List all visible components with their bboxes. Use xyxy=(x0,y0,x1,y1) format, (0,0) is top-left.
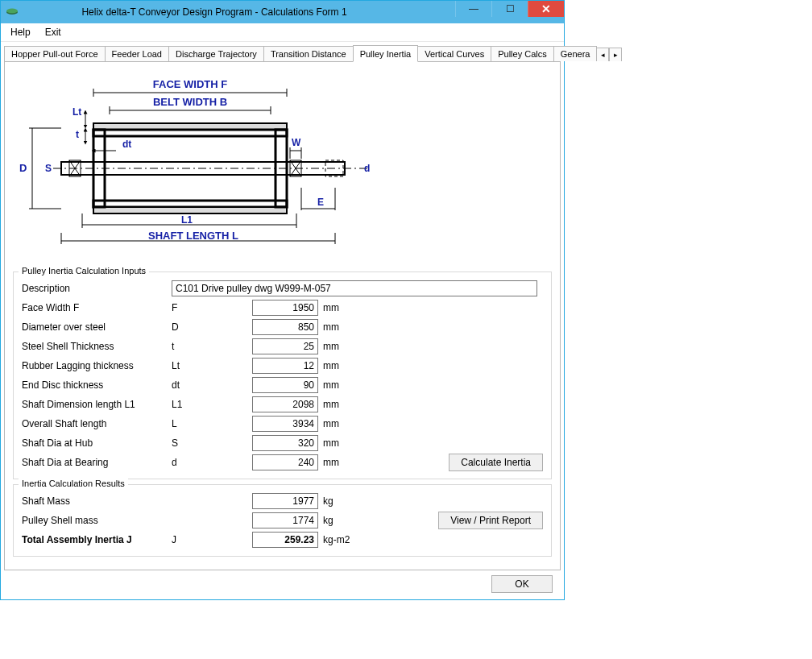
shaft-dia-hub-label: Shaft Dia at Hub xyxy=(22,437,172,449)
calculate-inertia-button[interactable]: Calculate Inertia xyxy=(449,454,543,471)
steel-shell-thickness-input[interactable] xyxy=(252,338,318,354)
shaft-dia-hub-input[interactable] xyxy=(252,435,318,451)
client-area: Hopper Pull-out Force Feeder Load Discha… xyxy=(1,42,564,599)
titlebar: Helix delta-T Conveyor Design Program - … xyxy=(1,1,564,23)
diagram-label-W: W xyxy=(292,137,301,148)
rubber-lagging-thickness-label: Rubber Lagging thickness xyxy=(22,360,172,371)
face-width-label: Face Width F xyxy=(22,302,172,313)
tab-scroll: ◂ ▸ xyxy=(596,48,622,61)
view-print-report-button[interactable]: View / Print Report xyxy=(438,512,543,529)
window-controls: — ☐ ✕ xyxy=(455,1,564,19)
app-window: Helix delta-T Conveyor Design Program - … xyxy=(0,0,565,600)
diameter-over-steel-label: Diameter over steel xyxy=(22,321,172,333)
tabbar: Hopper Pull-out Force Feeder Load Discha… xyxy=(4,45,561,62)
tab-general[interactable]: Genera xyxy=(553,46,598,61)
inputs-group: Pulley Inertia Calculation Inputs Descri… xyxy=(13,271,552,479)
diagram-label-shaft-length: SHAFT LENGTH L xyxy=(148,230,238,242)
diagram-label-D: D xyxy=(19,162,27,174)
overall-shaft-length-label: Overall Shaft length xyxy=(22,418,172,429)
total-inertia-label: Total Assembly Inertia J xyxy=(22,534,172,545)
diagram-label-belt-width: BELT WIDTH B xyxy=(153,96,227,108)
tab-scroll-right-icon[interactable]: ▸ xyxy=(609,48,622,61)
shaft-dia-bearing-label: Shaft Dia at Bearing xyxy=(22,457,172,468)
diagram-label-S: S xyxy=(45,163,52,174)
end-disc-thickness-label: End Disc thickness xyxy=(22,379,172,391)
svg-rect-13 xyxy=(93,207,287,213)
dialog-footer: OK xyxy=(4,570,561,593)
diagram-label-E: E xyxy=(317,197,324,208)
svg-rect-12 xyxy=(93,201,287,207)
tab-transition-distance[interactable]: Transition Distance xyxy=(263,46,354,61)
steel-shell-thickness-label: Steel Shell Thickness xyxy=(22,341,172,352)
diagram-label-t: t xyxy=(76,129,79,140)
tab-discharge-trajectory[interactable]: Discharge Trajectory xyxy=(168,46,264,61)
shaft-mass-output xyxy=(252,493,318,509)
diagram-label-L1: L1 xyxy=(181,214,193,226)
window-title: Helix delta-T Conveyor Design Program - … xyxy=(0,6,455,18)
face-width-input[interactable] xyxy=(252,300,318,316)
maximize-button[interactable]: ☐ xyxy=(491,1,528,17)
diagram-label-d: d xyxy=(364,163,370,174)
shaft-dimension-l1-input[interactable] xyxy=(252,396,318,412)
pulley-shell-mass-label: Pulley Shell mass xyxy=(22,515,172,526)
tab-scroll-left-icon[interactable]: ◂ xyxy=(596,48,609,61)
diagram-label-Lt: Lt xyxy=(72,106,81,118)
shaft-dimension-l1-label: Shaft Dimension length L1 xyxy=(22,399,172,410)
tab-hopper-pullout-force[interactable]: Hopper Pull-out Force xyxy=(4,46,106,61)
shaft-dia-bearing-input[interactable] xyxy=(252,454,318,470)
minimize-button[interactable]: — xyxy=(455,1,491,17)
diagram-label-dt: dt xyxy=(122,139,131,150)
pulley-shell-mass-output xyxy=(252,512,318,528)
tab-feeder-load[interactable]: Feeder Load xyxy=(105,46,169,61)
menubar: Help Exit xyxy=(1,23,564,42)
tab-content: FACE WIDTH F BELT WIDTH B Lt t xyxy=(4,62,561,570)
results-group: Inertia Calculation Results Shaft Mass k… xyxy=(13,484,552,557)
inputs-legend: Pulley Inertia Calculation Inputs xyxy=(19,266,149,276)
tab-pulley-calcs[interactable]: Pulley Calcs xyxy=(491,46,554,61)
tab-pulley-inertia[interactable]: Pulley Inertia xyxy=(353,45,419,62)
close-button[interactable]: ✕ xyxy=(528,1,564,17)
pulley-diagram: FACE WIDTH F BELT WIDTH B Lt t xyxy=(13,70,552,268)
overall-shaft-length-input[interactable] xyxy=(252,416,318,432)
diagram-label-face-width: FACE WIDTH F xyxy=(153,78,227,90)
ok-button[interactable]: OK xyxy=(491,575,553,593)
menu-help[interactable]: Help xyxy=(10,27,31,38)
menu-exit[interactable]: Exit xyxy=(45,27,61,38)
rubber-lagging-thickness-input[interactable] xyxy=(252,358,318,374)
shaft-mass-label: Shaft Mass xyxy=(22,495,172,507)
description-input[interactable] xyxy=(172,280,537,296)
description-label: Description xyxy=(22,283,172,294)
end-disc-thickness-input[interactable] xyxy=(252,377,318,393)
svg-rect-11 xyxy=(93,130,287,136)
results-legend: Inertia Calculation Results xyxy=(19,479,128,488)
total-inertia-output xyxy=(252,532,318,548)
diameter-over-steel-input[interactable] xyxy=(252,319,318,335)
tab-vertical-curves[interactable]: Vertical Curves xyxy=(417,46,491,61)
